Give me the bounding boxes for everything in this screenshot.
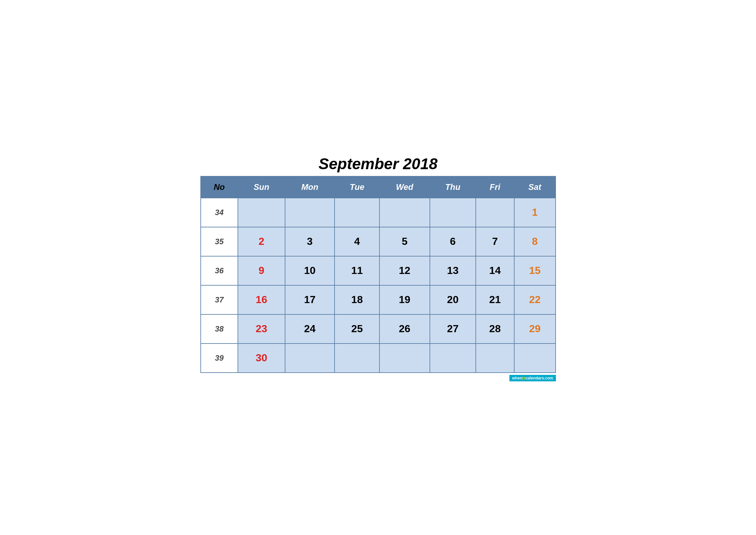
calendar-container: September 2018 No Sun Mon Tue Wed Thu Fr…: [201, 155, 556, 380]
day-cell: 2: [238, 227, 285, 256]
day-cell: 19: [379, 285, 430, 314]
header-no: No: [201, 176, 238, 198]
week-row-36: 369101112131415: [201, 256, 555, 285]
header-mon: Mon: [285, 176, 335, 198]
watermark: wheniscalendars.com: [201, 376, 556, 380]
week-row-38: 3823242526272829: [201, 314, 555, 344]
day-cell: 27: [430, 314, 476, 344]
day-cell: 23: [238, 314, 285, 344]
week-row-35: 352345678: [201, 227, 555, 256]
day-cell: 11: [335, 256, 379, 285]
day-cell: 13: [430, 256, 476, 285]
day-cell: [514, 344, 555, 373]
watermark-text-highlight: is: [522, 376, 526, 380]
day-cell: [476, 198, 514, 227]
day-cell: [379, 344, 430, 373]
header-thu: Thu: [430, 176, 476, 198]
day-cell: [379, 198, 430, 227]
day-cell: [335, 198, 379, 227]
day-cell: 30: [238, 344, 285, 373]
header-wed: Wed: [379, 176, 430, 198]
day-cell: 24: [285, 314, 335, 344]
day-cell: 18: [335, 285, 379, 314]
day-cell: 20: [430, 285, 476, 314]
day-cell: [335, 344, 379, 373]
day-cell: 26: [379, 314, 430, 344]
day-cell: 3: [285, 227, 335, 256]
watermark-link[interactable]: wheniscalendars.com: [509, 375, 555, 381]
day-cell: 22: [514, 285, 555, 314]
week-row-37: 3716171819202122: [201, 285, 555, 314]
day-cell: 28: [476, 314, 514, 344]
day-cell: 25: [335, 314, 379, 344]
watermark-text-after: calendars.com: [526, 376, 554, 380]
week-num-38: 38: [201, 314, 238, 344]
week-num-34: 34: [201, 198, 238, 227]
calendar-table: No Sun Mon Tue Wed Thu Fri Sat 341352345…: [201, 176, 556, 373]
day-cell: 14: [476, 256, 514, 285]
day-cell: 4: [335, 227, 379, 256]
week-num-39: 39: [201, 344, 238, 373]
week-row-34: 341: [201, 198, 555, 227]
header-row: No Sun Mon Tue Wed Thu Fri Sat: [201, 176, 555, 198]
header-sun: Sun: [238, 176, 285, 198]
day-cell: 5: [379, 227, 430, 256]
day-cell: 6: [430, 227, 476, 256]
day-cell: 21: [476, 285, 514, 314]
day-cell: [476, 344, 514, 373]
day-cell: 7: [476, 227, 514, 256]
day-cell: 17: [285, 285, 335, 314]
day-cell: 15: [514, 256, 555, 285]
week-num-35: 35: [201, 227, 238, 256]
week-row-39: 3930: [201, 344, 555, 373]
day-cell: [430, 344, 476, 373]
day-cell: [430, 198, 476, 227]
header-tue: Tue: [335, 176, 379, 198]
day-cell: 8: [514, 227, 555, 256]
day-cell: 9: [238, 256, 285, 285]
day-cell: 12: [379, 256, 430, 285]
day-cell: 16: [238, 285, 285, 314]
week-num-36: 36: [201, 256, 238, 285]
day-cell: 1: [514, 198, 555, 227]
header-sat: Sat: [514, 176, 555, 198]
header-fri: Fri: [476, 176, 514, 198]
watermark-text-before: when: [512, 376, 522, 380]
day-cell: 10: [285, 256, 335, 285]
day-cell: [285, 198, 335, 227]
calendar-title: September 2018: [201, 155, 556, 173]
week-num-37: 37: [201, 285, 238, 314]
day-cell: 29: [514, 314, 555, 344]
day-cell: [285, 344, 335, 373]
day-cell: [238, 198, 285, 227]
